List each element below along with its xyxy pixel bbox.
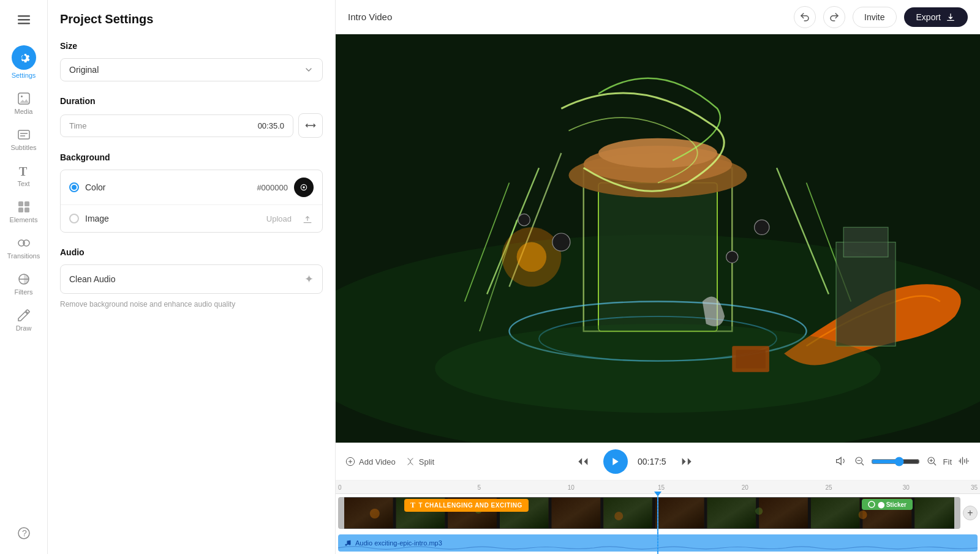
clean-audio-label: Clean Audio: [69, 274, 116, 284]
svg-rect-61: [600, 498, 603, 528]
color-picker-button[interactable]: [294, 178, 314, 197]
svg-point-26: [598, 138, 717, 168]
sticker-track-badge[interactable]: ⬤ Sticker: [862, 499, 913, 510]
fast-forward-icon: [681, 455, 693, 468]
sidebar-item-help[interactable]: ?: [0, 520, 47, 547]
waveform-button[interactable]: [958, 455, 970, 469]
image-radio-button[interactable]: [69, 214, 79, 223]
background-options: Color #000000 Image Upload: [60, 170, 323, 233]
redo-icon: [829, 12, 840, 23]
sparkle-icon: ✦: [304, 272, 314, 286]
split-button[interactable]: Split: [405, 457, 434, 466]
size-section: Size Original: [60, 41, 323, 81]
size-select[interactable]: Original: [60, 58, 323, 81]
image-option-label: Image: [85, 214, 260, 223]
svg-rect-10: [24, 201, 29, 206]
undo-button[interactable]: [794, 6, 816, 28]
zoom-out-icon: [854, 455, 865, 466]
svg-point-79: [859, 511, 867, 519]
svg-rect-63: [652, 498, 655, 528]
sidebar-item-elements-label: Elements: [10, 216, 38, 223]
background-section: Background Color #000000 Image Upload: [60, 152, 323, 233]
svg-rect-68: [759, 498, 808, 528]
export-button[interactable]: Export: [904, 7, 968, 27]
svg-point-78: [755, 507, 763, 515]
sidebar-item-transitions[interactable]: Transitions: [0, 230, 47, 266]
ruler-mark-35: 35: [971, 484, 978, 491]
color-option-label: Color: [85, 182, 251, 192]
track-left-handle[interactable]: [338, 497, 344, 529]
audio-section-title: Audio: [60, 247, 323, 257]
sidebar-item-settings[interactable]: Settings: [0, 39, 47, 85]
play-icon: [611, 457, 620, 466]
svg-point-45: [435, 324, 881, 413]
sidebar-item-filters-label: Filters: [15, 288, 33, 296]
color-value-display: #000000: [257, 183, 288, 192]
image-upload-button[interactable]: Upload: [266, 214, 292, 223]
duration-time-value: 00:35.0: [258, 121, 284, 130]
sidebar-item-subtitles[interactable]: Subtitles: [0, 121, 47, 157]
sidebar-item-text[interactable]: T Text: [0, 157, 47, 193]
svg-point-18: [303, 186, 305, 189]
sidebar-item-draw[interactable]: Draw: [0, 302, 47, 338]
text-track-badge[interactable]: T T CHALLENGING AND EXCITING: [404, 499, 529, 512]
upload-icon: [301, 212, 314, 225]
main-area: Intro Video Invite Export: [336, 0, 980, 554]
color-picker-icon: [300, 183, 308, 192]
settings-panel-title: Project Settings: [60, 12, 323, 26]
project-title: Intro Video: [348, 12, 784, 22]
invite-button[interactable]: Invite: [853, 7, 896, 28]
background-color-option[interactable]: Color #000000: [61, 170, 322, 204]
svg-point-51: [869, 501, 875, 507]
audio-waveform: [338, 544, 978, 552]
svg-point-36: [517, 242, 547, 272]
svg-rect-11: [18, 208, 23, 212]
svg-text:?: ?: [22, 528, 27, 538]
timeline-scroll-area: 0 5 10 15 20 25 30 35 T T CHALLENGING AN…: [336, 481, 980, 554]
timeline-controls: Add Video Split: [336, 443, 980, 481]
play-button[interactable]: [603, 449, 628, 474]
svg-point-39: [755, 220, 769, 234]
fit-button[interactable]: Fit: [943, 457, 952, 466]
top-bar: Intro Video Invite Export: [336, 0, 980, 34]
zoom-out-button[interactable]: [854, 455, 865, 468]
svg-rect-41: [836, 242, 895, 346]
sidebar-item-subtitles-label: Subtitles: [10, 144, 36, 151]
sidebar-item-elements[interactable]: Elements: [0, 193, 47, 230]
waveform-icon: [958, 455, 970, 467]
add-video-button[interactable]: Add Video: [345, 457, 396, 466]
track-container: T T CHALLENGING AND EXCITING ⬤ Sticker: [336, 494, 980, 554]
fast-forward-button[interactable]: [676, 451, 698, 473]
color-radio-button[interactable]: [69, 182, 79, 192]
svg-rect-2: [18, 23, 30, 24]
neon-scene: [336, 34, 980, 443]
volume-button[interactable]: [835, 455, 848, 469]
ruler-mark-30: 30: [903, 484, 910, 491]
svg-point-75: [370, 509, 380, 518]
audio-description: Remove background noise and enhance audi…: [60, 300, 323, 309]
background-image-option[interactable]: Image Upload: [61, 204, 322, 232]
split-icon: [405, 457, 415, 466]
duration-input[interactable]: Time 00:35.0: [60, 114, 293, 137]
sidebar-item-media[interactable]: Media: [0, 85, 47, 121]
hamburger-button[interactable]: [12, 7, 36, 34]
sidebar-item-filters[interactable]: Filters: [0, 266, 47, 302]
svg-rect-0: [18, 15, 30, 17]
svg-rect-69: [808, 498, 811, 528]
export-icon: [946, 12, 956, 22]
audio-track[interactable]: Audio exciting-epic-intro.mp3: [338, 534, 978, 552]
duration-expand-button[interactable]: [298, 113, 323, 138]
add-track-button[interactable]: +: [963, 506, 978, 520]
rewind-button[interactable]: [571, 451, 594, 473]
right-controls: Fit: [835, 455, 970, 469]
zoom-slider[interactable]: [871, 457, 920, 466]
settings-icon-circle: [12, 45, 36, 70]
add-video-icon: [345, 457, 355, 466]
clean-audio-box[interactable]: Clean Audio ✦: [60, 264, 323, 294]
redo-button[interactable]: [823, 6, 845, 28]
track-right-handle[interactable]: [954, 497, 960, 529]
ruler-mark-5: 5: [477, 484, 481, 491]
video-scene-svg: [336, 34, 980, 443]
svg-rect-5: [18, 130, 29, 139]
zoom-in-button[interactable]: [926, 455, 937, 468]
